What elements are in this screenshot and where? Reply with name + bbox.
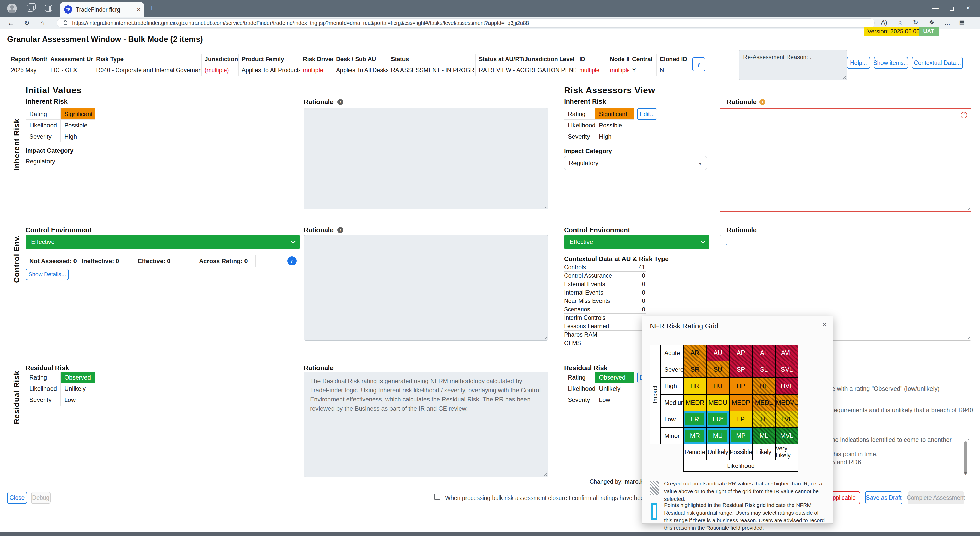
tab-close-icon[interactable]: ×	[137, 6, 141, 14]
grid-cell[interactable]: HVL	[775, 378, 798, 394]
grid-cell[interactable]: LR	[683, 411, 706, 428]
grid-cell[interactable]: MEDL	[752, 394, 775, 411]
severity-label: Severity	[564, 394, 595, 406]
grid-cell[interactable]: AR	[683, 345, 706, 361]
initial-residual-rationale-field[interactable]: The Residual Risk rating is generated us…	[304, 372, 549, 477]
save-as-draft-button[interactable]: Save as Draft	[865, 491, 902, 504]
reassessment-reason-field[interactable]: Re-Assessment Reason: .	[739, 50, 847, 80]
complete-assessment-button[interactable]: Complete Assessment	[907, 491, 964, 504]
contextual-key: Lessons Learned	[564, 323, 609, 330]
rating-label: Rating	[26, 372, 61, 383]
grid-cell[interactable]: MU	[706, 428, 729, 444]
workspaces-icon[interactable]	[27, 5, 34, 12]
likelihood-value: Unlikely	[595, 383, 634, 394]
grid-cell[interactable]: Minor	[661, 428, 683, 444]
contextual-data-row: Internal Events 0	[564, 288, 646, 297]
grid-cell[interactable]: MVL	[775, 428, 798, 444]
grid-cell[interactable]: Acute	[661, 345, 683, 361]
grid-cell[interactable]: MEDU	[706, 394, 729, 411]
impact-category-dropdown[interactable]: Regulatory ▼	[564, 156, 707, 170]
grid-cell[interactable]: LVL	[775, 411, 798, 428]
grid-cell[interactable]: MEDVL	[775, 394, 798, 411]
show-items-button[interactable]: Show items...	[874, 57, 908, 69]
initial-inherent-rationale-field[interactable]	[304, 108, 549, 209]
contextual-value: 41	[638, 264, 646, 271]
summary-header-cell: ID	[576, 54, 607, 65]
back-icon[interactable]: ←	[8, 19, 14, 27]
likelihood-column-label: Very Likely	[775, 444, 798, 460]
grid-cell[interactable]: LU*	[706, 411, 729, 428]
grid-cell[interactable]: HR	[683, 378, 706, 394]
severity-label: Severity	[564, 131, 595, 142]
vertical-tabs-icon[interactable]	[45, 5, 52, 12]
grid-cell[interactable]: High	[661, 378, 683, 394]
close-button[interactable]: Close	[7, 491, 27, 504]
grid-cell[interactable]: HL	[752, 378, 775, 394]
grid-cell[interactable]: HP	[729, 378, 752, 394]
refresh-icon[interactable]: ↻	[24, 19, 30, 27]
grid-cell[interactable]: SVL	[775, 361, 798, 378]
help-button[interactable]: Help...	[847, 57, 870, 69]
url-text[interactable]: https://integration.internet.tradefinder…	[72, 20, 529, 26]
info-icon[interactable]: i	[337, 99, 343, 105]
assessors-control-env-select[interactable]: Effective	[564, 235, 710, 249]
resize-handle-icon[interactable]	[543, 472, 547, 476]
grid-cell[interactable]: AVL	[775, 345, 798, 361]
grid-cell[interactable]: SL	[752, 361, 775, 378]
url-field[interactable]: https://integration.internet.tradefinder…	[57, 18, 875, 27]
warning-info-icon[interactable]: i	[759, 99, 765, 105]
grid-cell[interactable]: Severe	[661, 361, 683, 378]
sync-icon[interactable]: ↻	[913, 19, 918, 26]
grid-cell[interactable]: Low	[661, 411, 683, 428]
impact-category-selected: Regulatory	[569, 159, 598, 167]
grid-cell[interactable]: MEDP	[729, 394, 752, 411]
window-maximize-button[interactable]	[950, 6, 954, 11]
home-icon[interactable]: ⌂	[40, 19, 45, 27]
scroll-down-icon[interactable]: ▼	[963, 471, 968, 514]
grid-cell[interactable]: LL	[752, 411, 775, 428]
window-close-button[interactable]: ×	[966, 4, 970, 12]
grid-cell[interactable]: MP	[729, 428, 752, 444]
sidebar-icon[interactable]: ▤	[959, 19, 965, 26]
resize-handle-icon[interactable]	[842, 75, 846, 79]
info-icon[interactable]: i	[287, 256, 297, 266]
new-tab-button[interactable]: +	[149, 3, 154, 13]
resize-handle-icon[interactable]	[966, 207, 970, 210]
control-env-select[interactable]: Effective	[25, 235, 300, 249]
grid-cell[interactable]: Medium	[661, 394, 683, 411]
show-details-button[interactable]: Show Details...	[25, 269, 69, 280]
extensions-icon[interactable]: ❖	[929, 19, 935, 26]
edit-inherent-button[interactable]: Edit...	[637, 108, 657, 120]
resize-handle-icon[interactable]	[543, 204, 547, 208]
grid-cell[interactable]: ML	[752, 428, 775, 444]
more-options-icon[interactable]: …	[944, 19, 950, 26]
grid-cell[interactable]: SU	[706, 361, 729, 378]
scroll-up-icon[interactable]: ▲	[963, 407, 968, 412]
info-icon[interactable]: i	[337, 227, 343, 233]
grid-cell[interactable]: AP	[729, 345, 752, 361]
grid-cell[interactable]: AL	[752, 345, 775, 361]
assessors-inherent-rationale-field[interactable]: !	[720, 108, 971, 212]
browser-tab[interactable]: TF TradeFinder ficrg ×	[60, 2, 144, 17]
grid-cell[interactable]: MEDR	[683, 394, 706, 411]
grid-cell[interactable]: LP	[729, 411, 752, 428]
favorites-star-icon[interactable]: ☆	[897, 19, 903, 26]
resize-handle-icon[interactable]	[966, 336, 970, 339]
grid-cell[interactable]: HU	[706, 378, 729, 394]
grid-cell[interactable]: SP	[729, 361, 752, 378]
rationale-line: requirements and it is unlikely that a b…	[832, 407, 973, 414]
debug-button[interactable]: Debug	[31, 491, 51, 504]
initial-control-rationale-field[interactable]	[304, 235, 549, 341]
grid-cell[interactable]: SR	[683, 361, 706, 378]
window-minimize-button[interactable]: —	[932, 4, 939, 12]
resize-handle-icon[interactable]	[543, 336, 547, 339]
grid-cell[interactable]: AU	[706, 345, 729, 361]
summary-info-button[interactable]: i	[692, 57, 705, 72]
profile-avatar-icon[interactable]	[7, 3, 17, 13]
confirm-checkbox[interactable]	[434, 494, 441, 500]
grid-cell[interactable]: MR	[683, 428, 706, 444]
scrollbar-thumb[interactable]	[964, 441, 967, 474]
read-aloud-icon[interactable]: A)	[881, 19, 887, 26]
contextual-data-button[interactable]: Contextual Data...	[912, 57, 963, 69]
dialog-close-icon[interactable]: ×	[822, 321, 826, 329]
